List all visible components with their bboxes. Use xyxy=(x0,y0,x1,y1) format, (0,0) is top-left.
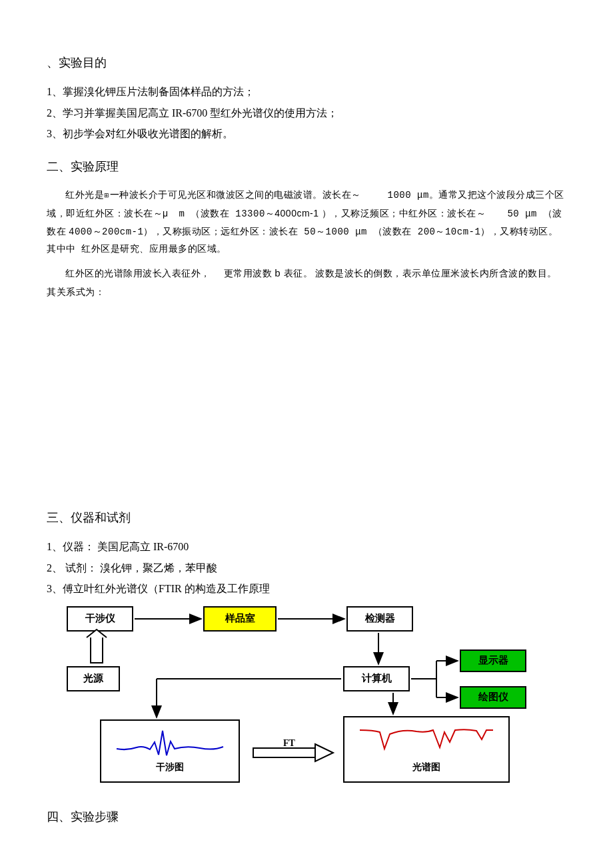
section3-item-2: 2、 试剂： 溴化钾，聚乙烯，苯甲酸 xyxy=(47,558,566,578)
box-display: 显示器 xyxy=(460,650,526,672)
box-detector: 检测器 xyxy=(346,606,413,632)
box-spectrum: 光谱图 xyxy=(343,716,510,783)
tilde-1: ～ xyxy=(351,189,361,200)
box-sample-chamber: 样品室 xyxy=(203,606,277,632)
box-light-source: 光源 xyxy=(67,666,120,691)
document-page: 、实验目的 1、掌握溴化钾压片法制备固体样品的方法； 2、学习并掌握美国尼高立 … xyxy=(0,0,613,868)
spectrum-curve-icon xyxy=(356,722,496,759)
ftir-diagram: 干涉仪 样品室 检测器 光源 计算机 显示器 绘图仪 干涉图 光谱图 xyxy=(53,603,566,789)
section1-item-3: 3、初步学会对红外吸收光谱图的解析。 xyxy=(47,124,566,144)
box-interferometer: 干涉仪 xyxy=(67,606,133,632)
p2-frag-c: b xyxy=(275,268,281,280)
p2-frag-b: 更常用波数 xyxy=(224,268,273,278)
tilde-2: ～μ xyxy=(153,208,169,218)
interferogram-curve-icon xyxy=(113,725,227,759)
section2-paragraph-2: 红外区的光谱除用波长入表征外， 更常用波数 b 表征。 波数是波长的倒数，表示单… xyxy=(47,265,566,302)
p1-frag-g: ～4000cm-1 ） xyxy=(265,208,332,218)
box-computer: 计算机 xyxy=(343,666,410,691)
section2-title: 二、实验原理 xyxy=(47,156,566,178)
p2-frag-e: 其关系式为： xyxy=(47,284,105,302)
p2-frag-a: 红外区的光谱除用波长入表征外， xyxy=(65,268,211,278)
p1-frag-a: 红外光是 xyxy=(65,190,104,200)
section4-title: 四、实验步骤 xyxy=(47,806,566,828)
box-interferogram: 干涉图 xyxy=(100,719,240,783)
section1-item-1: 1、掌握溴化钾压片法制备固体样品的方法； xyxy=(47,82,566,102)
p1-frag-b: 一种波长介于可见光区和微波区之间的电磁波谱。波长在 xyxy=(110,190,352,200)
p1-frag-k: 4000～200cm-1），又称振动区；远红外区：波长在 50～1000 μm … xyxy=(47,226,558,255)
svg-rect-2 xyxy=(91,636,103,663)
spectrum-label: 光谱图 xyxy=(412,759,440,776)
ft-label: FT xyxy=(283,735,295,752)
section3-item-3: 3、傅立叶红外光谱仪（FTIR 的构造及工作原理 xyxy=(47,579,566,599)
formula-blank-area xyxy=(47,308,566,495)
box-plotter: 绘图仪 xyxy=(460,686,526,709)
tilde-4: ～ xyxy=(476,208,486,218)
section3-item-1: 1、仪器： 美国尼高立 IR-6700 xyxy=(47,537,566,557)
section3-title: 三、仪器和试剂 xyxy=(47,507,566,529)
p1-frag-f: m （波数在 13300 xyxy=(179,209,265,219)
interferogram-label: 干涉图 xyxy=(156,759,184,776)
section1-item-2: 2、学习并掌握美国尼高立 IR-6700 型红外光谱仪的使用方法； xyxy=(47,103,566,123)
section1-title: 、实验目的 xyxy=(47,52,566,74)
section2-paragraph-1: 红外光是⊞一种波长介于可见光区和微波区之间的电磁波谱。波长在～ 1000 μm。… xyxy=(47,186,566,258)
p1-frag-h: ，又称泛频区；中红外区：波长在 xyxy=(331,209,476,218)
p2-frag-d: 表征。 波数是波长的倒数，表示单位厘米波长内所含波的数目。 xyxy=(284,268,557,278)
